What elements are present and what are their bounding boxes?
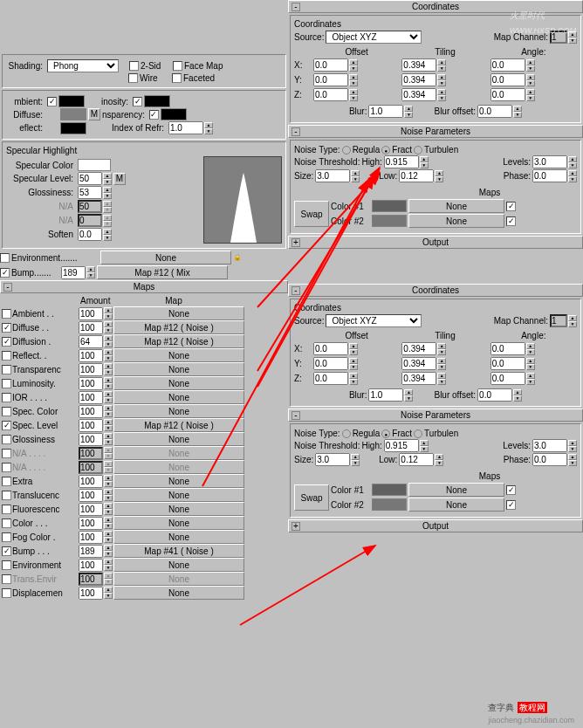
ior-input[interactable] (168, 121, 203, 134)
map-amount-6[interactable] (79, 391, 103, 404)
c2-enable[interactable]: ✓ (506, 500, 516, 510)
coords-header[interactable]: -Coordinates (288, 284, 583, 297)
radio-turbulence[interactable] (414, 429, 422, 438)
map-amount-12[interactable] (79, 475, 103, 488)
coord-input[interactable] (313, 357, 348, 370)
map-amount-8[interactable] (79, 419, 103, 432)
maps-header[interactable]: -Maps (0, 280, 288, 293)
coord-input[interactable] (490, 58, 525, 72)
coord-input[interactable] (401, 58, 436, 72)
coord-input[interactable] (477, 105, 512, 118)
swap-btn[interactable]: Swap (294, 201, 329, 227)
coord-input[interactable] (532, 439, 567, 452)
map-amount-2[interactable] (79, 335, 103, 348)
lock-icon[interactable]: 🔒 (233, 253, 242, 262)
map-check-15[interactable] (2, 519, 11, 528)
map-slot-8[interactable]: Map #12 ( Noise ) (113, 418, 244, 432)
env-map-btn[interactable]: None (100, 251, 231, 264)
c1-enable[interactable]: ✓ (506, 485, 516, 495)
map-amount-4[interactable] (79, 363, 103, 376)
map-slot-14[interactable]: None (113, 502, 244, 516)
map-slot-20[interactable]: None (113, 586, 244, 600)
ambient-swatch[interactable] (58, 95, 85, 107)
coords-header[interactable]: -Coordinates (288, 0, 583, 13)
bump-check[interactable]: ✓ (0, 268, 10, 278)
faceted-check[interactable] (172, 73, 182, 83)
coord-input[interactable] (313, 73, 348, 86)
color2-swatch[interactable] (372, 498, 407, 511)
map-check-6[interactable] (2, 393, 11, 402)
reflect-swatch[interactable] (60, 122, 86, 134)
env-check[interactable] (0, 253, 10, 263)
map-check-20[interactable] (2, 588, 11, 598)
map-slot-16[interactable]: None (113, 530, 244, 544)
map-amount-5[interactable] (79, 377, 103, 390)
map-slot-9[interactable]: None (113, 432, 244, 446)
radio-regular[interactable] (342, 429, 351, 438)
coord-input[interactable] (368, 388, 403, 402)
map-amount-18[interactable] (79, 559, 103, 572)
map-check-5[interactable] (2, 379, 11, 388)
spec-swatch[interactable] (78, 159, 111, 171)
coord-input[interactable] (490, 88, 525, 101)
color2-map[interactable]: None (408, 498, 504, 512)
coord-input[interactable] (399, 169, 434, 182)
map-check-2[interactable]: ✓ (2, 337, 11, 347)
lum-swatch[interactable] (144, 95, 170, 107)
soften[interactable] (78, 228, 102, 241)
map-check-3[interactable] (2, 351, 11, 361)
map-check-18[interactable] (2, 560, 11, 570)
ambient-lock[interactable]: ✓ (47, 97, 57, 106)
radio-regular[interactable] (342, 146, 351, 155)
radio-fractal[interactable] (381, 429, 390, 438)
map-slot-15[interactable]: None (113, 516, 244, 530)
coord-input[interactable] (315, 169, 350, 182)
shading-select[interactable]: Phong (47, 59, 119, 72)
coord-input[interactable] (384, 439, 419, 452)
lum-lock[interactable]: ✓ (133, 97, 142, 106)
coord-input[interactable] (401, 342, 436, 355)
bump-amount[interactable] (61, 266, 86, 279)
map-check-8[interactable]: ✓ (2, 421, 11, 430)
map-check-10[interactable] (2, 449, 11, 458)
diffuse-swatch[interactable] (60, 108, 86, 120)
map-slot-7[interactable]: None (113, 404, 244, 418)
map-slot-2[interactable]: Map #12 ( Noise ) (113, 334, 244, 348)
output-header-2[interactable]: +Output (288, 519, 583, 532)
2sided-check[interactable] (129, 61, 139, 71)
color1-swatch[interactable] (372, 484, 407, 496)
map-amount-13[interactable] (79, 489, 103, 502)
map-slot-4[interactable]: None (113, 362, 244, 376)
coord-input[interactable] (401, 88, 436, 101)
color2-map[interactable]: None (408, 214, 504, 228)
coord-input[interactable] (477, 388, 512, 402)
map-amount-1[interactable] (79, 321, 103, 334)
coord-input[interactable] (313, 342, 348, 355)
coord-input[interactable] (490, 372, 525, 385)
trans-lock[interactable]: ✓ (149, 110, 159, 120)
color2-swatch[interactable] (372, 215, 407, 227)
trans-swatch[interactable] (161, 108, 187, 120)
map-amount-9[interactable] (79, 433, 103, 446)
map-slot-18[interactable]: None (113, 558, 244, 572)
noise-header[interactable]: -Noise Parameters (288, 125, 583, 138)
map-slot-12[interactable]: None (113, 474, 244, 488)
map-amount-14[interactable] (79, 503, 103, 516)
coord-input[interactable] (399, 453, 434, 466)
map-amount-20[interactable] (79, 587, 103, 600)
source-select[interactable]: Object XYZ (326, 314, 422, 327)
c1-enable[interactable]: ✓ (506, 202, 516, 211)
map-check-19[interactable] (2, 574, 11, 584)
coord-input[interactable] (401, 357, 436, 370)
spec-level[interactable] (78, 172, 102, 185)
swap-btn[interactable]: Swap (294, 484, 329, 511)
coord-input[interactable] (313, 372, 348, 385)
map-check-1[interactable]: ✓ (2, 323, 11, 333)
coord-input[interactable] (384, 155, 419, 168)
map-check-0[interactable] (2, 309, 11, 319)
map-amount-16[interactable] (79, 531, 103, 544)
map-slot-5[interactable]: None (113, 376, 244, 390)
coord-input[interactable] (532, 453, 567, 466)
coord-input[interactable] (532, 155, 567, 168)
coord-input[interactable] (315, 453, 350, 466)
